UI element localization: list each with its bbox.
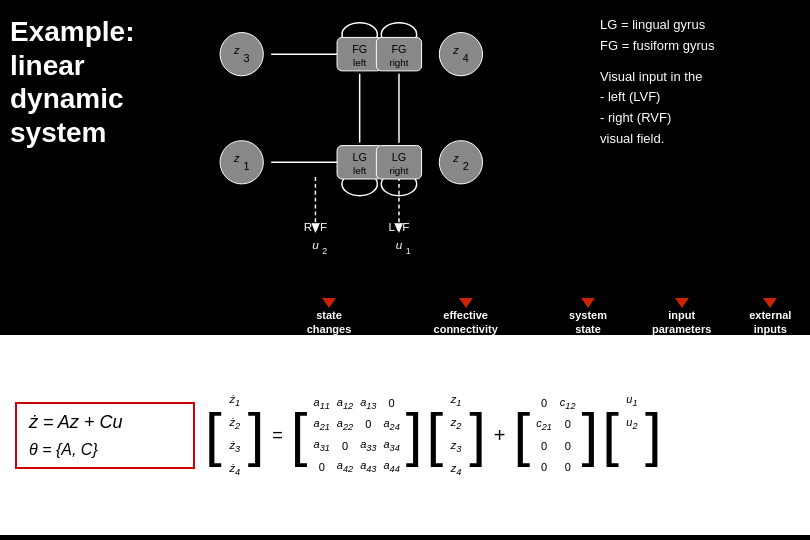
svg-text:2: 2: [463, 160, 469, 172]
title-text: Example: linear dynamic system: [10, 15, 180, 149]
arrow-system-state: [581, 298, 595, 308]
svg-text:z: z: [233, 152, 240, 164]
svg-text:FG: FG: [391, 43, 406, 55]
diagram-svg: z 3 FG left FG right z 4 z 1 LG left LG …: [185, 5, 495, 295]
svg-text:4: 4: [463, 52, 469, 64]
label-effective-connectivity: effectiveconnectivity: [418, 296, 513, 337]
svg-point-21: [439, 33, 482, 76]
lhs-vector: ż1 ż2 ż3 ż4: [226, 392, 244, 479]
formula-theta: θ = {A, C}: [29, 441, 181, 459]
label-system-state: systemstate: [553, 296, 622, 337]
z-vector: z1 z2 z3 z4: [447, 392, 465, 479]
svg-text:1: 1: [244, 160, 250, 172]
svg-text:right: right: [389, 165, 408, 176]
label-external-inputs: externalinputs: [736, 296, 805, 337]
svg-text:right: right: [389, 57, 408, 68]
svg-text:left: left: [353, 165, 366, 176]
svg-text:z: z: [233, 44, 240, 56]
formula-box: ż = Az + Cu θ = {A, C}: [15, 402, 195, 469]
u-vector: u1 u2: [623, 392, 641, 479]
formula-main: ż = Az + Cu: [29, 412, 181, 433]
C-matrix: 0 c12 c21 0 0 0 0 0: [534, 395, 577, 476]
svg-text:u: u: [396, 238, 403, 251]
svg-text:u: u: [312, 238, 319, 251]
svg-text:FG: FG: [352, 43, 367, 55]
svg-text:LG: LG: [392, 151, 406, 163]
labels-section: statechanges effectiveconnectivity syste…: [285, 296, 805, 337]
info-panel: LG = lingual gyrus FG = fusiform gyrus V…: [600, 15, 800, 150]
A-matrix: a11 a12 a13 0 a21 a22 0 a24 a31 0 a33 a3…: [312, 395, 402, 476]
arrow-input-parameters: [675, 298, 689, 308]
label-input-parameters: inputparameters: [643, 296, 721, 337]
svg-text:left: left: [353, 57, 366, 68]
svg-text:z: z: [452, 44, 459, 56]
label-state-changes: statechanges: [290, 296, 368, 337]
bottom-area: ż = Az + Cu θ = {A, C} [ ż1 ż2 ż3 ż4 ] =…: [0, 335, 810, 535]
svg-text:LG: LG: [352, 151, 366, 163]
svg-point-24: [220, 141, 263, 184]
svg-text:1: 1: [406, 246, 411, 256]
arrow-state-changes: [322, 298, 336, 308]
svg-text:2: 2: [322, 246, 327, 256]
svg-point-12: [220, 33, 263, 76]
svg-text:z: z: [452, 152, 459, 164]
svg-point-33: [439, 141, 482, 184]
arrow-external-inputs: [763, 298, 777, 308]
svg-text:3: 3: [244, 52, 250, 64]
arrow-effective-connectivity: [459, 298, 473, 308]
matrix-equation: [ ż1 ż2 ż3 ż4 ] = [ a11 a12 a13 0 a21 a2…: [205, 392, 795, 479]
title-panel: Example: linear dynamic system: [10, 15, 180, 149]
